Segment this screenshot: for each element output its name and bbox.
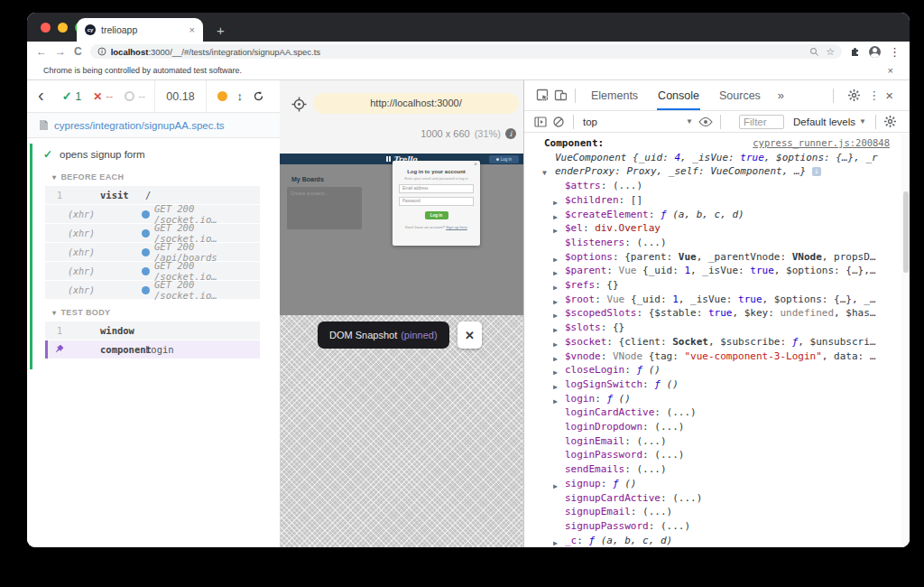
console-scrollbar[interactable] [901,134,910,547]
modal-close-icon[interactable]: × [474,161,477,167]
app-url-bar[interactable]: http://localhost:3000/ [313,93,519,114]
expand-arrow-icon[interactable]: ▶ [553,338,558,349]
console-settings-gear-icon[interactable] [882,113,900,131]
console-property-row[interactable]: loginEmail: (...) [553,434,890,449]
console-property-row[interactable]: sendEmails: (...) [553,462,890,477]
chrome-menu-icon[interactable]: ⋮ [889,45,901,59]
more-tabs-icon[interactable]: » [778,89,784,102]
before-each-section-header[interactable]: ▾ BEFORE EACH [52,172,280,182]
expand-arrow-icon[interactable]: ▶ [553,366,558,377]
console-property-row[interactable]: ▶login: ƒ () [553,392,890,406]
command-row[interactable]: 1window [45,321,260,340]
console-property-row[interactable]: loginDropdown: (...) [553,420,890,434]
devtools-menu-icon[interactable]: ⋮ [868,89,880,102]
devtools-close-icon[interactable]: × [885,88,893,103]
expand-arrow-icon[interactable]: ▶ [553,295,558,307]
console-property-row[interactable]: ▶closeLogin: ƒ () [553,363,890,377]
minimize-window-button[interactable] [58,23,68,33]
unpin-snapshot-button[interactable]: ✕ [457,321,482,349]
pinned-command-row[interactable]: componentLogin [45,340,260,359]
command-row[interactable]: (xhr)GET 200 /socket.io… [45,262,260,280]
console-property-row[interactable]: ▶$createElement: ƒ (a, b, c, d) [553,208,890,222]
password-field[interactable]: Password [399,197,474,206]
expand-arrow-icon[interactable]: ▶ [553,380,558,392]
create-board-card[interactable]: Create a board... [287,187,362,229]
expand-arrow-icon[interactable]: ▶ [553,480,558,491]
command-row[interactable]: (xhr)GET 200 /api/boards [45,243,260,261]
console-property-row[interactable]: ▶$slots: {} [553,321,890,335]
spec-file-link[interactable]: cypress/integration/signupAA.spec.ts [54,120,225,131]
tab-elements[interactable]: Elements [590,80,639,110]
console-property-row[interactable]: loginCardActive: (...) [553,405,890,420]
close-window-button[interactable] [41,23,51,33]
console-property-row[interactable]: ▶$refs: {} [553,278,890,293]
expand-arrow-icon[interactable]: ▶ [553,352,558,364]
email-field[interactable]: Email address [399,184,474,193]
auto-scroll-indicator-icon[interactable] [217,91,227,101]
expand-arrow-icon[interactable]: ▶ [553,309,558,321]
page-info-icon[interactable] [97,47,106,56]
command-row[interactable]: 1visit/ [45,186,260,204]
toggle-device-toolbar-icon[interactable] [551,87,569,105]
console-property-row[interactable]: ▶$options: {parent: Vue, _parentVnode: V… [553,250,890,265]
new-tab-button[interactable]: + [217,23,225,37]
test-title-row[interactable]: ✓ opens signup form [27,144,280,163]
console-sidebar-icon[interactable] [531,113,550,131]
console-property-row[interactable]: loginPassword: (...) [553,448,890,462]
scroll-toggle-icon[interactable]: ↕ [237,89,244,103]
expand-arrow-icon[interactable]: ▶ [553,536,558,547]
console-property-row[interactable]: ▶$parent: Vue {_uid: 1, _isVue: true, $o… [553,264,890,278]
command-row[interactable]: (xhr)GET 200 /socket.io… [45,205,260,223]
console-property-row[interactable]: ▶$children: [] [553,193,890,208]
expand-arrow-icon[interactable]: ▶ [553,224,558,236]
restart-tests-icon[interactable] [253,90,264,102]
console-property-row[interactable]: ▶$root: Vue {_uid: 1, _isVue: true, $opt… [553,293,890,307]
console-source-link[interactable]: cypress_runner.js:200848 [753,136,890,151]
inspect-element-icon[interactable] [533,87,551,105]
expand-arrow-icon[interactable]: ▶ [553,281,558,293]
reload-icon[interactable]: C [74,46,82,57]
console-property-row[interactable]: ▶$el: div.Overlay [553,221,890,236]
zoom-icon[interactable] [809,47,819,57]
command-row[interactable]: (xhr)GET 200 /socket.io… [45,224,260,242]
tab-sources[interactable]: Sources [718,80,762,110]
console-property-row[interactable]: ▶$vnode: VNode {tag: "vue-component-3-Lo… [553,349,890,364]
command-row[interactable]: (xhr)GET 200 /socket.io… [45,281,260,299]
expand-arrow-icon[interactable]: ▶ [553,395,558,406]
console-property-row[interactable]: ▶$scopedSlots: {$stable: true, $key: und… [553,306,890,321]
close-tab-icon[interactable]: × [189,25,195,35]
collapse-arrow-icon[interactable]: ▼ [542,166,547,181]
devtools-settings-gear-icon[interactable] [845,87,863,105]
viewport-info-icon[interactable]: i [505,128,516,139]
selector-playground-icon[interactable] [291,97,307,112]
console-property-row[interactable]: $listeners: (...) [553,236,890,250]
console-property-row[interactable]: $attrs: (...) [553,179,890,193]
javascript-context-select[interactable]: top ▼ [583,116,693,127]
vue-component-preview[interactable]: ▼VueComponent {_uid: 4, _isVue: true, $o… [544,151,880,179]
console-property-row[interactable]: signupEmail: (...) [553,505,890,519]
console-property-row[interactable]: ▶_c: ƒ (a, b, c, d) [553,534,890,547]
browser-tab[interactable]: cy trelioapp × [77,18,203,42]
expand-arrow-icon[interactable]: ▶ [553,253,558,265]
expand-arrow-icon[interactable]: ▶ [553,196,558,208]
console-property-row[interactable]: ▶$socket: {client: Socket, $subscribe: ƒ… [553,335,890,349]
dismiss-notice-icon[interactable]: × [888,65,893,76]
console-property-row[interactable]: ▶signup: ƒ () [553,477,890,491]
console-property-row[interactable]: signupCardActive: (...) [553,491,890,506]
expand-arrow-icon[interactable]: ▶ [553,323,558,335]
console-property-row[interactable]: signupPassword: (...) [553,519,890,534]
spec-file-row[interactable]: cypress/integration/signupAA.spec.ts [27,113,280,138]
console-scrollbar-thumb[interactable] [903,191,909,273]
url-bar[interactable]: localhost:3000/__/#/tests/integration/si… [90,44,842,59]
expand-arrow-icon[interactable]: ▶ [553,210,558,222]
signup-link[interactable]: Sign up here [446,225,467,229]
app-login-button[interactable]: Log in [489,155,519,163]
clear-console-icon[interactable] [550,113,568,131]
extensions-puzzle-icon[interactable] [850,46,861,57]
eye-icon[interactable] [697,113,715,131]
log-levels-select[interactable]: Default levels ▼ [793,116,866,127]
console-property-row[interactable]: ▶logSignSwitch: ƒ () [553,377,890,392]
tab-console[interactable]: Console [657,80,700,110]
test-body-section-header[interactable]: ▾ TEST BODY [52,308,280,317]
modal-login-button[interactable]: Log in [425,211,448,219]
